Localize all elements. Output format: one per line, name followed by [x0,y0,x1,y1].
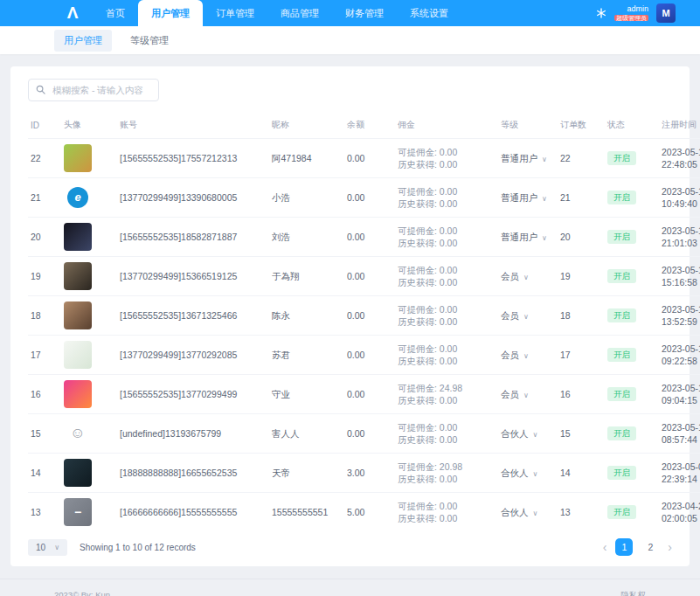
cell-status: 开启 [605,375,659,414]
cell-avatar [61,139,117,178]
cell-nickname: 于為翔 [269,257,344,296]
level-select[interactable]: 会员∨ [498,257,558,296]
cell-register-time: 2023-05-1109:22:58 [659,336,700,375]
page-button-1[interactable]: 1 [615,538,633,556]
users-table: ID头像账号昵称余额佣金等级订单数状态注册时间∨操作 22[1565555253… [28,112,700,531]
footer-link[interactable]: 隐私权 [621,590,647,596]
cell-balance: 0.00 [344,257,395,296]
portrait-avatar [64,459,92,487]
cell-avatar [61,296,117,336]
chevron-down-icon: ∨ [542,195,547,203]
user-avatar[interactable]: M [656,3,676,23]
status-badge: 开启 [607,387,636,402]
cell-commission: 可提佣金: 0.00历史获得: 0.00 [395,414,498,454]
nav-item-0[interactable]: 首页 [93,0,138,26]
nav-item-2[interactable]: 订单管理 [203,0,267,26]
cell-status: 开启 [605,178,659,218]
level-select[interactable]: 合伙人∨ [498,454,558,493]
status-badge: 开启 [607,466,636,481]
column-header-9[interactable]: 注册时间∨ [659,112,700,139]
search-box[interactable] [28,79,159,101]
level-select[interactable]: 会员∨ [498,375,558,414]
level-select[interactable]: 普通用户∨ [498,139,558,178]
cell-status: 开启 [605,493,659,532]
battery-icon-avatar: − [64,498,92,526]
cell-id: 15 [28,414,61,454]
nav-item-3[interactable]: 商品管理 [267,0,332,26]
nav-item-5[interactable]: 系统设置 [397,0,461,26]
column-header-1: 头像 [61,112,117,139]
dark-scan-avatar [64,223,92,251]
column-header-3: 昵称 [269,112,344,139]
table-row: 20[15655552535]18582871887刘浩0.00可提佣金: 0.… [28,218,700,257]
cell-account: [16666666666]15555555555 [117,493,269,532]
cell-balance: 5.00 [344,493,395,532]
cell-avatar [61,454,117,493]
cell-register-time: 2023-04-2202:00:05 [659,493,700,532]
prev-page-icon[interactable]: ‹ [603,541,607,553]
nav-menu: 首页用户管理订单管理商品管理财务管理系统设置 [93,0,461,26]
top-navbar: Λ 首页用户管理订单管理商品管理财务管理系统设置 admin 超级管理员 M [0,0,700,26]
cell-register-time: 2023-05-1113:52:59 [659,296,700,336]
cell-status: 开启 [605,454,659,493]
footer-copyright: 2023© By: Kun [54,590,110,596]
cell-nickname: 15555555551 [269,493,344,532]
subtab-1[interactable]: 等级管理 [121,30,178,52]
cell-id: 21 [28,178,61,218]
level-select[interactable]: 合伙人∨ [498,493,558,532]
cell-register-time: 2023-05-0222:39:14 [659,454,700,493]
cell-id: 17 [28,336,61,375]
cell-account: [15655552535]17557212313 [117,139,269,178]
column-header-8: 状态 [605,112,659,139]
table-row: 13−[16666666666]15555555555155555555515.… [28,493,700,532]
level-select[interactable]: 会员∨ [498,296,558,336]
portrait-avatar [64,301,92,329]
user-name: admin [627,5,648,14]
nav-item-1[interactable]: 用户管理 [138,0,203,26]
cell-orders: 18 [558,296,605,336]
nav-item-4[interactable]: 财务管理 [332,0,397,26]
cell-balance: 0.00 [344,139,395,178]
level-select[interactable]: 普通用户∨ [498,178,558,218]
meme-face-avatar: ☺ [64,419,92,447]
cell-nickname: 苏君 [269,336,344,375]
column-header-6: 等级 [498,112,558,139]
cell-id: 20 [28,218,61,257]
column-header-0: ID [28,112,61,139]
cell-balance: 0.00 [344,296,395,336]
page-size-value: 10 [36,543,45,552]
level-select[interactable]: 会员∨ [498,336,558,375]
cell-nickname: 天帝 [269,454,344,493]
page-button-2[interactable]: 2 [641,542,659,552]
status-badge: 开启 [607,308,636,323]
cell-account: [undefined]13193675799 [117,414,269,454]
chevron-down-icon: ∨ [533,431,538,439]
status-badge: 开启 [607,505,636,520]
cell-commission: 可提佣金: 0.00历史获得: 0.00 [395,296,498,336]
cell-id: 14 [28,454,61,493]
fullscreen-icon[interactable] [596,8,606,18]
status-badge: 开启 [607,348,636,363]
page-size-select[interactable]: 10 ∨ [28,539,67,556]
status-badge: 开启 [607,269,636,284]
cell-commission: 可提佣金: 20.98历史获得: 0.00 [395,454,498,493]
cell-id: 13 [28,493,61,532]
search-input[interactable] [51,84,151,96]
level-select[interactable]: 合伙人∨ [498,414,558,454]
cell-status: 开启 [605,139,659,178]
table-row: 19[13770299499]15366519125于為翔0.00可提佣金: 0… [28,257,700,296]
subtab-bar: 用户管理等级管理 [0,26,700,54]
table-row: 15☺[undefined]13193675799害人人0.00可提佣金: 0.… [28,414,700,454]
cell-avatar: − [61,493,117,532]
next-page-icon[interactable]: › [668,541,672,553]
status-badge: 开启 [607,191,636,205]
cell-balance: 0.00 [344,375,395,414]
cell-balance: 0.00 [344,218,395,257]
user-role-badge: 超级管理员 [614,15,648,22]
status-badge: 开启 [607,230,636,245]
subtab-0[interactable]: 用户管理 [54,30,112,52]
cell-status: 开启 [605,296,659,336]
level-select[interactable]: 普通用户∨ [498,218,558,257]
app-logo[interactable]: Λ [52,0,93,26]
chevron-down-icon: ∨ [542,234,547,242]
